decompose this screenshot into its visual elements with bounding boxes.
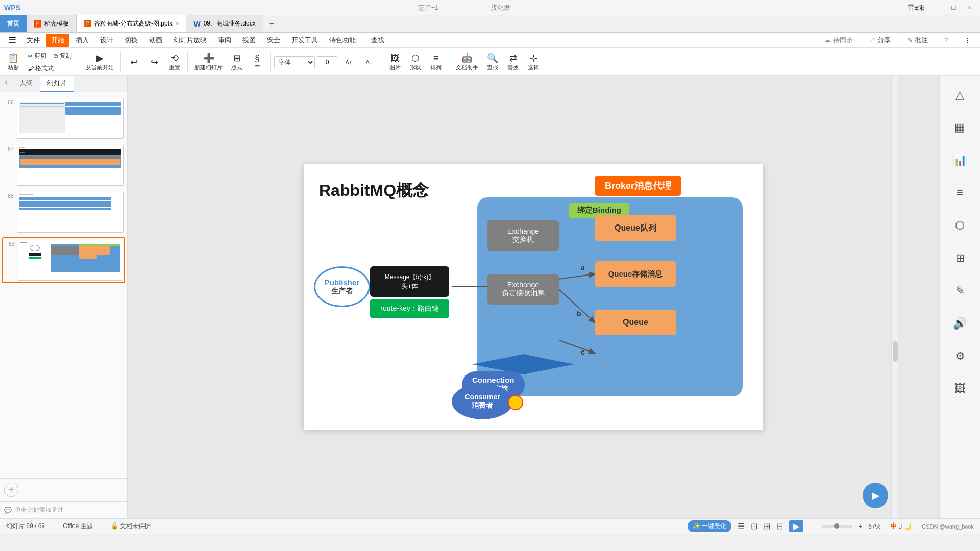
left-panel: ‹ 大纲 幻灯片 66 SSO <box>0 76 128 518</box>
sync-btn[interactable]: ☁ 待同步 <box>819 34 858 47</box>
play-presentation-btn[interactable]: ▶ <box>863 483 888 508</box>
menu-search[interactable]: 查找 <box>366 34 389 47</box>
doc-helper-btn[interactable]: 🤖 文档助手 <box>453 52 481 73</box>
right-panel-btn-chart[interactable]: 📊 <box>945 145 975 176</box>
shape-btn[interactable]: ⬡ 形状 <box>406 52 425 73</box>
replace-btn[interactable]: ⇄ 替换 <box>504 52 522 73</box>
play-btn-status[interactable]: ▶ <box>789 520 803 532</box>
tab-add-btn[interactable]: + <box>263 15 280 32</box>
menu-transition[interactable]: 切换 <box>119 34 143 47</box>
v-scrollbar-thumb[interactable] <box>893 341 898 362</box>
copy-btn[interactable]: ⧉ 复制 <box>51 50 75 62</box>
slide-item-66[interactable]: 66 SSO <box>2 96 125 140</box>
undo-btn[interactable]: ↩ <box>125 56 143 68</box>
menu-icon-lines[interactable]: ☰ <box>4 34 20 47</box>
menu-slideshow[interactable]: 幻灯片放映 <box>168 34 212 47</box>
increase-font-btn[interactable]: A↑ <box>339 58 358 67</box>
sort-btn[interactable]: ≡ 排列 <box>427 52 445 73</box>
section-btn[interactable]: § 节 <box>248 52 266 73</box>
layout-btn[interactable]: ⊞ 版式 <box>228 52 246 73</box>
menu-file[interactable]: 文件 <box>21 34 45 47</box>
panel-tab-outline[interactable]: 大纲 <box>12 76 40 92</box>
play-from-icon: ▶ <box>96 54 104 63</box>
help-btn[interactable]: ? <box>939 34 953 46</box>
find-btn[interactable]: 🔍 查找 <box>483 52 502 73</box>
menu-security[interactable]: 安全 <box>262 34 285 47</box>
slide-item-68[interactable]: 68 ThreadLocal-同一线程共享数据 <box>2 190 125 234</box>
exchange-box-1: Exchange 交换机 <box>487 220 559 251</box>
slide-info: 幻灯片 69 / 69 <box>6 522 45 531</box>
chart-icon: 📊 <box>953 154 967 167</box>
tab-home[interactable]: 首页 <box>0 15 27 32</box>
tab-docx[interactable]: W 09、商城业务.docx <box>186 15 263 32</box>
find-label: 查找 <box>487 64 498 71</box>
menu-view[interactable]: 视图 <box>237 34 261 47</box>
decrease-font-btn[interactable]: A↓ <box>360 58 378 67</box>
menu-features[interactable]: 特色功能 <box>324 34 361 47</box>
v-scrollbar[interactable] <box>891 76 898 518</box>
right-panel-btn-edit[interactable]: ✎ <box>945 276 975 306</box>
beautify-btn[interactable]: ✨ 一键美化 <box>688 520 731 532</box>
paste-btn[interactable]: 📋 粘贴 <box>4 52 22 73</box>
zoom-out-btn[interactable]: — <box>810 523 816 530</box>
slide-item-69[interactable]: 69 RabbitMQ概念 <box>2 237 125 283</box>
more-btn[interactable]: ⋮ <box>959 34 976 46</box>
menu-insert[interactable]: 插入 <box>70 34 94 47</box>
close-btn[interactable]: × <box>964 4 976 11</box>
right-panel-btn-grid[interactable]: ⊞ <box>945 243 975 273</box>
add-slide-btn[interactable]: + <box>4 483 18 497</box>
menu-review[interactable]: 审阅 <box>213 34 236 47</box>
font-size-input[interactable] <box>317 56 337 68</box>
slide-item-67[interactable]: 67 商电更新消息 Message[b(rk)] <box>2 143 125 187</box>
list-view-btn[interactable]: ☰ <box>738 521 745 531</box>
approve-btn[interactable]: ✎ 批注 <box>902 34 933 47</box>
right-panel-btn-shapes[interactable]: △ <box>945 80 975 110</box>
zoom-in-btn[interactable]: + <box>859 523 862 530</box>
presenter-view-btn[interactable]: ⊟ <box>776 521 783 531</box>
cut-btn[interactable]: ✂ 剪切 <box>24 50 50 62</box>
table-icon: ▦ <box>954 121 965 134</box>
publisher-line2: 生产者 <box>331 287 353 296</box>
message-line1: Message【b(rk)】 <box>385 273 434 282</box>
picture-btn[interactable]: 🖼 图片 <box>386 52 404 73</box>
lock-icon: 🔓 <box>111 522 118 530</box>
select-btn[interactable]: ⊹ 选择 <box>524 52 543 73</box>
redo-btn[interactable]: ↪ <box>145 56 163 68</box>
menu-devtools[interactable]: 开发工具 <box>286 34 323 47</box>
format-btn-tb[interactable]: 🖌 格式式 <box>24 63 57 74</box>
slide-number-67: 67 <box>4 146 14 152</box>
redo-icon: ↪ <box>151 58 158 67</box>
tab-pptx-close[interactable]: × <box>176 20 179 27</box>
tab-pptx[interactable]: 🅿 谷粒商城-分布式高级-图.pptx × <box>77 15 186 32</box>
grid-view-btn[interactable]: ⊞ <box>764 521 770 531</box>
font-select[interactable]: 字体 <box>274 56 315 68</box>
menu-start[interactable]: 开始 <box>46 34 69 47</box>
slide-thumb-69: RabbitMQ概念 <box>18 240 122 281</box>
panel-tab-slides[interactable]: 幻灯片 <box>40 76 74 92</box>
right-panel-btn-list[interactable]: ≡ <box>945 178 975 208</box>
status-divider-1: | <box>53 523 55 530</box>
tab-template[interactable]: 🅿 稻壳模板 <box>27 15 77 32</box>
play-from-btn[interactable]: ▶ 从当前开始 <box>83 52 117 73</box>
right-panel-btn-image[interactable]: 🖼 <box>945 373 975 404</box>
reset-btn[interactable]: ⟲ 重置 <box>165 52 184 73</box>
consumer-ellipse: Consumer 消费者 <box>452 384 513 419</box>
minimize-btn[interactable]: — <box>929 4 944 11</box>
right-panel-btn-settings[interactable]: ⚙ <box>945 341 975 371</box>
right-panel-btn-hex[interactable]: ⬡ <box>945 210 975 241</box>
tab-docx-icon: W <box>193 20 200 28</box>
share-btn[interactable]: ↗ 分享 <box>864 34 896 47</box>
right-panel-btn-sound[interactable]: 🔊 <box>945 308 975 339</box>
menu-design[interactable]: 设计 <box>95 34 118 47</box>
normal-view-btn[interactable]: ⊡ <box>751 521 757 531</box>
message-box: Message【b(rk)】 头+体 <box>370 266 449 297</box>
new-slide-btn[interactable]: ➕ 新建幻灯片 <box>191 52 226 73</box>
note-text[interactable]: 单击此处添加备注 <box>15 506 64 514</box>
menu-animation[interactable]: 动画 <box>144 34 167 47</box>
panel-collapse-btn[interactable]: ‹ <box>0 76 12 88</box>
tab-pptx-icon: 🅿 <box>84 19 91 28</box>
zoom-slider[interactable] <box>822 525 852 528</box>
maximize-btn[interactable]: □ <box>948 4 960 11</box>
right-panel-btn-table[interactable]: ▦ <box>945 112 975 143</box>
main-layout: ‹ 大纲 幻灯片 66 SSO <box>0 76 980 518</box>
